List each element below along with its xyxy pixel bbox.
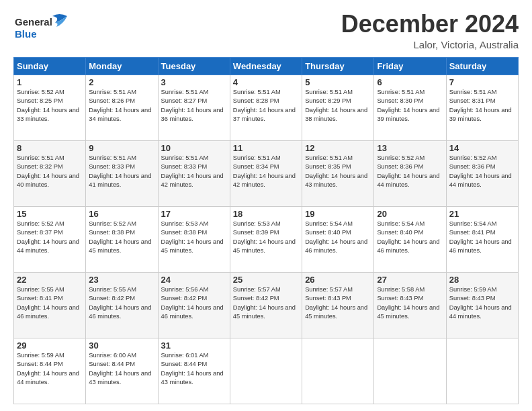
day-number: 20	[377, 209, 443, 219]
day-info: Sunrise: 5:51 AMSunset: 8:32 PMDaylight:…	[17, 154, 83, 190]
day-number: 30	[89, 340, 154, 351]
calendar-cell: 15Sunrise: 5:52 AMSunset: 8:37 PMDayligh…	[14, 206, 86, 272]
calendar-week-2: 8Sunrise: 5:51 AMSunset: 8:32 PMDaylight…	[14, 140, 519, 206]
day-number: 1	[17, 77, 83, 87]
day-info: Sunrise: 5:57 AMSunset: 8:43 PMDaylight:…	[305, 285, 371, 322]
day-info: Sunrise: 5:57 AMSunset: 8:42 PMDaylight:…	[233, 285, 299, 322]
day-number: 10	[161, 143, 227, 153]
calendar-cell: 21Sunrise: 5:54 AMSunset: 8:41 PMDayligh…	[446, 206, 518, 272]
day-number: 8	[17, 143, 83, 153]
day-number: 25	[233, 275, 299, 285]
day-number: 5	[305, 77, 371, 87]
day-number: 4	[233, 77, 299, 87]
calendar-cell: 7Sunrise: 5:51 AMSunset: 8:31 PMDaylight…	[446, 75, 518, 140]
day-info: Sunrise: 5:59 AMSunset: 8:43 PMDaylight:…	[449, 285, 515, 322]
calendar-cell: 5Sunrise: 5:51 AMSunset: 8:29 PMDaylight…	[302, 75, 374, 140]
day-number: 22	[17, 275, 83, 285]
calendar-cell: 26Sunrise: 5:57 AMSunset: 8:43 PMDayligh…	[302, 272, 374, 338]
day-info: Sunrise: 5:53 AMSunset: 8:38 PMDaylight:…	[161, 220, 227, 256]
calendar-cell: 24Sunrise: 5:56 AMSunset: 8:42 PMDayligh…	[158, 272, 230, 338]
calendar-cell: 11Sunrise: 5:51 AMSunset: 8:34 PMDayligh…	[230, 140, 302, 206]
day-number: 26	[305, 275, 371, 285]
calendar-cell: 27Sunrise: 5:58 AMSunset: 8:43 PMDayligh…	[374, 272, 446, 338]
day-number: 15	[17, 209, 83, 219]
title-block: December 2024 Lalor, Victoria, Australia	[341, 11, 519, 50]
calendar-week-3: 15Sunrise: 5:52 AMSunset: 8:37 PMDayligh…	[14, 206, 519, 272]
header-saturday: Saturday	[446, 57, 518, 75]
day-info: Sunrise: 5:56 AMSunset: 8:42 PMDaylight:…	[161, 285, 227, 322]
calendar-cell: 28Sunrise: 5:59 AMSunset: 8:43 PMDayligh…	[446, 272, 518, 338]
header-thursday: Thursday	[302, 57, 374, 75]
day-info: Sunrise: 5:54 AMSunset: 8:41 PMDaylight:…	[449, 220, 515, 256]
calendar-cell: 16Sunrise: 5:52 AMSunset: 8:38 PMDayligh…	[86, 206, 158, 272]
day-info: Sunrise: 5:55 AMSunset: 8:41 PMDaylight:…	[17, 285, 83, 322]
location: Lalor, Victoria, Australia	[341, 39, 519, 50]
calendar-cell: 30Sunrise: 6:00 AMSunset: 8:44 PMDayligh…	[86, 338, 158, 404]
day-info: Sunrise: 6:01 AMSunset: 8:44 PMDaylight:…	[161, 351, 227, 387]
day-info: Sunrise: 5:52 AMSunset: 8:37 PMDaylight:…	[17, 220, 83, 256]
day-number: 23	[89, 275, 154, 285]
day-number: 27	[377, 275, 443, 285]
day-number: 29	[17, 340, 83, 351]
day-info: Sunrise: 5:51 AMSunset: 8:33 PMDaylight:…	[161, 154, 227, 190]
day-info: Sunrise: 5:51 AMSunset: 8:31 PMDaylight:…	[449, 88, 515, 124]
calendar-cell: 22Sunrise: 5:55 AMSunset: 8:41 PMDayligh…	[14, 272, 86, 338]
day-info: Sunrise: 5:51 AMSunset: 8:26 PMDaylight:…	[89, 88, 154, 124]
day-number: 28	[449, 275, 515, 285]
calendar-cell: 19Sunrise: 5:54 AMSunset: 8:40 PMDayligh…	[302, 206, 374, 272]
day-number: 24	[161, 275, 227, 285]
day-info: Sunrise: 5:55 AMSunset: 8:42 PMDaylight:…	[89, 285, 154, 322]
calendar-cell	[446, 338, 518, 404]
calendar-cell	[302, 338, 374, 404]
day-info: Sunrise: 5:51 AMSunset: 8:28 PMDaylight:…	[233, 88, 299, 124]
calendar-cell: 23Sunrise: 5:55 AMSunset: 8:42 PMDayligh…	[86, 272, 158, 338]
calendar-cell: 9Sunrise: 5:51 AMSunset: 8:33 PMDaylight…	[86, 140, 158, 206]
calendar-cell	[230, 338, 302, 404]
day-number: 11	[233, 143, 299, 153]
calendar-cell: 10Sunrise: 5:51 AMSunset: 8:33 PMDayligh…	[158, 140, 230, 206]
calendar-cell: 14Sunrise: 5:52 AMSunset: 8:36 PMDayligh…	[446, 140, 518, 206]
calendar-cell: 31Sunrise: 6:01 AMSunset: 8:44 PMDayligh…	[158, 338, 230, 404]
day-number: 19	[305, 209, 371, 219]
day-info: Sunrise: 5:51 AMSunset: 8:35 PMDaylight:…	[305, 154, 371, 190]
day-info: Sunrise: 5:51 AMSunset: 8:29 PMDaylight:…	[305, 88, 371, 124]
calendar-cell: 3Sunrise: 5:51 AMSunset: 8:27 PMDaylight…	[158, 75, 230, 140]
calendar-cell: 12Sunrise: 5:51 AMSunset: 8:35 PMDayligh…	[302, 140, 374, 206]
calendar-cell: 18Sunrise: 5:53 AMSunset: 8:39 PMDayligh…	[230, 206, 302, 272]
day-number: 31	[161, 340, 227, 351]
calendar-cell: 20Sunrise: 5:54 AMSunset: 8:40 PMDayligh…	[374, 206, 446, 272]
header: General Blue December 2024 Lalor, Victor…	[13, 11, 519, 50]
calendar-cell: 4Sunrise: 5:51 AMSunset: 8:28 PMDaylight…	[230, 75, 302, 140]
header-friday: Friday	[374, 57, 446, 75]
calendar-week-1: 1Sunrise: 5:52 AMSunset: 8:25 PMDaylight…	[14, 75, 519, 140]
calendar-cell: 29Sunrise: 5:59 AMSunset: 8:44 PMDayligh…	[14, 338, 86, 404]
calendar-cell: 17Sunrise: 5:53 AMSunset: 8:38 PMDayligh…	[158, 206, 230, 272]
calendar-week-5: 29Sunrise: 5:59 AMSunset: 8:44 PMDayligh…	[14, 338, 519, 404]
header-wednesday: Wednesday	[230, 57, 302, 75]
day-number: 18	[233, 209, 299, 219]
day-number: 17	[161, 209, 227, 219]
logo-svg: General Blue	[13, 11, 74, 44]
svg-text:Blue: Blue	[15, 28, 37, 40]
day-info: Sunrise: 5:51 AMSunset: 8:33 PMDaylight:…	[89, 154, 154, 190]
header-sunday: Sunday	[14, 57, 86, 75]
day-info: Sunrise: 5:51 AMSunset: 8:27 PMDaylight:…	[161, 88, 227, 124]
day-info: Sunrise: 5:54 AMSunset: 8:40 PMDaylight:…	[305, 220, 371, 256]
day-info: Sunrise: 5:52 AMSunset: 8:25 PMDaylight:…	[17, 88, 83, 124]
calendar-header-row: Sunday Monday Tuesday Wednesday Thursday…	[14, 57, 519, 75]
header-tuesday: Tuesday	[158, 57, 230, 75]
calendar-cell	[374, 338, 446, 404]
day-number: 14	[449, 143, 515, 153]
day-info: Sunrise: 5:53 AMSunset: 8:39 PMDaylight:…	[233, 220, 299, 256]
calendar-cell: 2Sunrise: 5:51 AMSunset: 8:26 PMDaylight…	[86, 75, 158, 140]
calendar-cell: 8Sunrise: 5:51 AMSunset: 8:32 PMDaylight…	[14, 140, 86, 206]
calendar-cell: 25Sunrise: 5:57 AMSunset: 8:42 PMDayligh…	[230, 272, 302, 338]
day-info: Sunrise: 5:52 AMSunset: 8:38 PMDaylight:…	[89, 220, 154, 256]
page: General Blue December 2024 Lalor, Victor…	[0, 0, 532, 411]
day-number: 3	[161, 77, 227, 87]
logo: General Blue	[13, 11, 74, 44]
calendar-week-4: 22Sunrise: 5:55 AMSunset: 8:41 PMDayligh…	[14, 272, 519, 338]
day-number: 12	[305, 143, 371, 153]
calendar-cell: 6Sunrise: 5:51 AMSunset: 8:30 PMDaylight…	[374, 75, 446, 140]
month-title: December 2024	[341, 11, 519, 38]
